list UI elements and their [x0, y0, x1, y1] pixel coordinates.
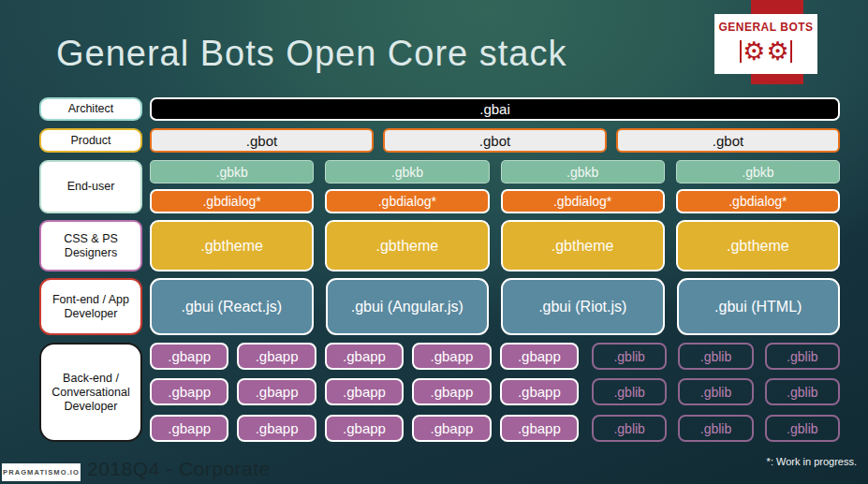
backend-row: .gbapp .gbapp .gbapp .gbapp .gbapp .gbli… — [150, 415, 840, 442]
gbapp-box: .gbapp — [237, 378, 316, 405]
gbot-box: .gbot — [616, 128, 840, 153]
backend-row: .gbapp .gbapp .gbapp .gbapp .gbapp .gbli… — [150, 378, 840, 405]
role-label-product: Product — [39, 128, 142, 153]
gbtheme-box: .gbtheme — [676, 220, 840, 271]
gbai-bar: .gbai — [150, 97, 840, 121]
gbui-row: .gbui (React.js) .gbui (Angular.js) .gbu… — [150, 278, 840, 335]
work-in-progress-note: *: Work in progress. — [767, 456, 857, 467]
gbui-riot-box: .gbui (Riot.js) — [501, 278, 665, 335]
gbui-react-box: .gbui (React.js) — [150, 278, 314, 335]
gbapp-box: .gbapp — [325, 343, 404, 370]
gbtheme-box: .gbtheme — [325, 220, 489, 271]
gbapp-group: .gbapp .gbapp .gbapp .gbapp .gbapp — [150, 378, 579, 405]
gbapp-box: .gbapp — [237, 343, 316, 370]
gbdialog-box: .gbdialog* — [676, 189, 840, 213]
gbui-angular-box: .gbui (Angular.js) — [326, 278, 490, 335]
gbdialog-row: .gbdialog* .gbdialog* .gbdialog* .gbdial… — [150, 189, 840, 213]
gbtheme-row: .gbtheme .gbtheme .gbtheme .gbtheme — [150, 220, 840, 271]
slide: General Bots Open Core stack GENERAL BOT… — [0, 0, 868, 484]
gblib-box: .gblib — [592, 415, 667, 442]
gbapp-box: .gbapp — [237, 415, 316, 442]
backend-row: .gbapp .gbapp .gbapp .gbapp .gbapp .gbli… — [150, 343, 840, 370]
gbdialog-box: .gbdialog* — [325, 189, 489, 213]
gbapp-box: .gbapp — [500, 343, 579, 370]
gbapp-box: .gbapp — [150, 415, 228, 442]
gbdialog-box: .gbdialog* — [501, 189, 665, 213]
gbkb-box: .gbkb — [676, 160, 840, 183]
gbtheme-box: .gbtheme — [501, 220, 665, 271]
gears-icon: ⚙ ⚙ — [740, 36, 791, 67]
general-bots-logo: GENERAL BOTS ⚙ ⚙ — [714, 14, 817, 74]
pragmatismo-logo: PRAGMATISMO.IO — [2, 463, 81, 481]
gbapp-box: .gbapp — [150, 378, 228, 405]
page-title: General Bots Open Core stack — [56, 34, 566, 74]
gbot-box: .gbot — [150, 128, 374, 153]
role-label-frontend-developer: Font-end / App Developer — [39, 278, 142, 335]
gbapp-box: .gbapp — [325, 378, 404, 405]
gbapp-box: .gbapp — [500, 378, 579, 405]
gblib-group: .gblib .gblib .gblib — [592, 415, 840, 442]
gear-icon: ⚙ — [767, 37, 789, 66]
gblib-box: .gblib — [592, 343, 667, 370]
role-label-backend-developer: Back-end / Conversational Developer — [39, 343, 142, 442]
gblib-box: .gblib — [765, 343, 840, 370]
gbapp-group: .gbapp .gbapp .gbapp .gbapp .gbapp — [150, 343, 579, 370]
role-label-end-user: End-user — [39, 160, 142, 213]
gbapp-box: .gbapp — [150, 343, 228, 370]
gbkb-box: .gbkb — [150, 160, 314, 183]
footer-date-text: 2018Q4 - Corporate — [87, 458, 271, 480]
gbtheme-box: .gbtheme — [150, 220, 314, 271]
gblib-box: .gblib — [765, 415, 840, 442]
gbot-box: .gbot — [383, 128, 607, 153]
gbkb-box: .gbkb — [501, 160, 665, 183]
gblib-box: .gblib — [678, 415, 753, 442]
gear-bar-left — [740, 40, 742, 63]
gbapp-box: .gbapp — [325, 415, 404, 442]
gbdialog-box: .gbdialog* — [150, 189, 314, 213]
gblib-box: .gblib — [678, 378, 753, 405]
role-label-architect: Architect — [39, 97, 142, 121]
gbapp-box: .gbapp — [412, 415, 491, 442]
gear-icon: ⚙ — [743, 37, 765, 66]
gbkb-box: .gbkb — [325, 160, 489, 183]
role-label-designers: CSS & PS Designers — [39, 220, 142, 271]
gbui-html-box: .gbui (HTML) — [677, 278, 841, 335]
gbkb-row: .gbkb .gbkb .gbkb .gbkb — [150, 160, 840, 183]
gbapp-box: .gbapp — [500, 415, 579, 442]
gbapp-box: .gbapp — [412, 378, 491, 405]
gear-bar-right — [790, 40, 792, 63]
gbot-row: .gbot .gbot .gbot — [150, 128, 840, 153]
gblib-box: .gblib — [765, 378, 840, 405]
gbapp-box: .gbapp — [412, 343, 491, 370]
gblib-box: .gblib — [592, 378, 667, 405]
logo-brand-text: GENERAL BOTS — [718, 21, 813, 34]
gblib-box: .gblib — [678, 343, 753, 370]
gblib-group: .gblib .gblib .gblib — [592, 378, 840, 405]
gblib-group: .gblib .gblib .gblib — [592, 343, 840, 370]
gbapp-group: .gbapp .gbapp .gbapp .gbapp .gbapp — [150, 415, 579, 442]
